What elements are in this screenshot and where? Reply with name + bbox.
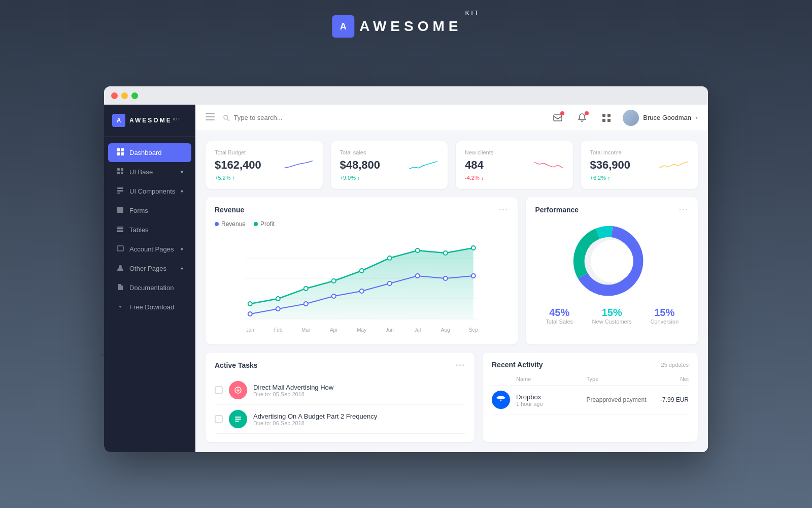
stat-value: $162,400 [215, 158, 261, 172]
close-button[interactable] [111, 92, 118, 99]
chevron-down-icon: ▾ [181, 266, 183, 271]
perf-label-sales: Total Sales [535, 319, 584, 325]
task-checkbox[interactable] [215, 386, 223, 394]
activity-col-type: Type [586, 376, 650, 382]
sidebar-item-dashboard[interactable]: Dashboard [108, 143, 191, 162]
header-icons: Bruce Goodman ▾ [550, 110, 698, 126]
svg-text:Jan: Jan [246, 327, 254, 333]
donut-chart [535, 220, 689, 302]
top-header: Bruce Goodman ▾ [195, 105, 708, 131]
sidebar-item-forms[interactable]: Forms [108, 201, 191, 220]
perf-pct-conversion: 15% [640, 307, 689, 319]
svg-text:Aug: Aug [441, 327, 450, 333]
avatar [623, 110, 639, 126]
chevron-down-icon: ▾ [181, 169, 183, 175]
svg-rect-26 [607, 114, 611, 117]
sidebar-brand: A AWESOME KIT [104, 105, 195, 137]
legend-revenue-label: Revenue [221, 220, 246, 228]
stat-change: -4.2% ↓ [465, 175, 484, 181]
svg-point-48 [388, 281, 392, 285]
page-content: Total Budget $162,400 +5.2% ↑ [195, 131, 708, 452]
mail-button[interactable] [550, 110, 566, 126]
svg-rect-11 [121, 168, 123, 171]
content-area: Bruce Goodman ▾ Total Budget $162,400 [195, 105, 708, 452]
notifications-button[interactable] [574, 110, 590, 126]
svg-point-22 [224, 115, 228, 119]
stat-label: Total Budget [215, 149, 314, 155]
svg-point-39 [388, 256, 392, 260]
svg-point-45 [304, 302, 308, 306]
user-chevron-icon: ▾ [695, 115, 698, 120]
sidebar-item-label: Documentation [129, 284, 183, 292]
sidebar-item-ui-base[interactable]: UI Base ▾ [108, 163, 191, 181]
sidebar-item-label: Account Pages [129, 245, 176, 253]
maximize-button[interactable] [131, 92, 138, 99]
grid-button[interactable] [598, 110, 615, 126]
stat-card-new-clients: New clients 484 -4.2% ↓ [456, 141, 573, 189]
legend-profit: Profit [254, 220, 275, 228]
search-bar [223, 114, 542, 121]
svg-rect-14 [117, 187, 123, 189]
legend-profit-dot [254, 222, 258, 226]
hamburger-icon[interactable] [206, 112, 215, 123]
revenue-chart-svg: Jan Feb Mar Apr May Jun Jul Aug Sep [215, 233, 509, 334]
svg-text:Jun: Jun [386, 327, 394, 333]
stat-change: +9.0% ↑ [340, 175, 360, 181]
svg-rect-66 [235, 421, 239, 422]
svg-text:Feb: Feb [274, 327, 283, 333]
legend-profit-label: Profit [260, 220, 275, 228]
activity-table-header: Name Type Net [492, 373, 689, 386]
svg-point-34 [248, 302, 252, 306]
sidebar-item-free-download[interactable]: Free Download [108, 298, 191, 316]
svg-rect-19 [206, 113, 215, 114]
perf-label-customers: New Customers [588, 319, 636, 325]
svg-point-35 [276, 297, 280, 301]
svg-rect-24 [554, 115, 562, 121]
sidebar-item-documentation[interactable]: Documentation [108, 278, 191, 297]
active-tasks-title: Active Tasks [215, 361, 258, 369]
tasks-menu-button[interactable]: ··· [456, 361, 465, 370]
user-name: Bruce Goodman [643, 114, 691, 121]
brand-name-text: AWESOME [359, 18, 462, 35]
sidebar: A AWESOME KIT Dashboard [104, 105, 195, 452]
perf-pct-sales: 45% [535, 307, 584, 319]
task-item: Advertising On A Budget Part 2 Frequency… [215, 405, 465, 434]
task-due: Due to: 06 Sep 2018 [253, 420, 465, 426]
stat-label: Total sales [340, 149, 439, 155]
stat-card-total-sales: Total sales $48,800 +9.0% ↑ [331, 141, 448, 189]
performance-chart-title: Performance [535, 206, 579, 214]
svg-point-50 [444, 276, 448, 280]
stat-card-total-budget: Total Budget $162,400 +5.2% ↑ [206, 141, 323, 189]
stat-value: 484 [465, 158, 484, 172]
sidebar-item-tables[interactable]: Tables [108, 220, 191, 239]
recent-activity-title: Recent Activity [492, 361, 543, 369]
account-pages-icon [116, 245, 124, 253]
user-info[interactable]: Bruce Goodman ▾ [623, 110, 698, 126]
performance-menu-button[interactable]: ··· [679, 205, 689, 214]
forms-icon [116, 206, 124, 215]
svg-point-41 [444, 251, 448, 255]
sidebar-item-account-pages[interactable]: Account Pages ▾ [108, 240, 191, 259]
activity-row: Dropbox 1 hour ago Preapproved payment -… [492, 386, 689, 415]
sidebar-item-other-pages[interactable]: Other Pages ▾ [108, 259, 191, 278]
sidebar-item-label: UI Components [129, 187, 176, 195]
revenue-chart-card: Revenue ··· Revenue Profit [206, 197, 518, 344]
performance-stats: 45% Total Sales 15% New Customers 15% Co… [535, 307, 689, 325]
task-checkbox[interactable] [215, 415, 223, 423]
svg-text:May: May [357, 327, 366, 333]
revenue-menu-button[interactable]: ··· [499, 205, 509, 214]
search-input[interactable] [234, 114, 542, 121]
svg-point-36 [304, 287, 308, 291]
stat-change: +6.2% ↑ [590, 175, 611, 181]
svg-rect-25 [602, 114, 605, 117]
minimize-button[interactable] [121, 92, 128, 99]
main-layout: A AWESOME KIT Dashboard [104, 105, 708, 452]
svg-line-23 [227, 119, 229, 120]
activity-time: 1 hour ago [516, 401, 580, 407]
sidebar-item-label: Forms [129, 207, 183, 214]
sidebar-item-ui-components[interactable]: UI Components ▾ [108, 182, 191, 201]
brand-header: A AWESOME KIT [332, 15, 480, 38]
stat-label: New clients [465, 149, 564, 155]
revenue-chart-title: Revenue [215, 206, 244, 214]
svg-rect-16 [117, 193, 120, 194]
